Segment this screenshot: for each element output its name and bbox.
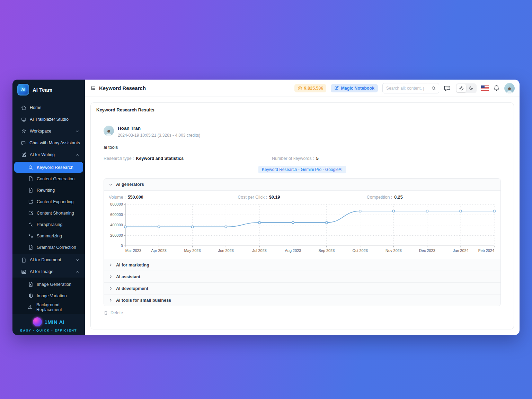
writing-icon [21, 152, 26, 157]
svg-text:Jan 2024: Jan 2024 [453, 248, 469, 253]
grammar-correction-icon [28, 245, 33, 250]
content-shortening-icon [28, 210, 33, 216]
svg-text:Mar 2023: Mar 2023 [125, 248, 141, 253]
result-user-row: Hoan Tran 2024-03-19 10:05:21 (3.326s - … [104, 126, 501, 138]
chevron-right-icon [109, 263, 113, 267]
svg-text:Nov 2023: Nov 2023 [385, 248, 402, 253]
magic-notebook-button[interactable]: Magic Notebook [331, 84, 378, 92]
app-name: AI Team [33, 87, 52, 93]
chevron-down-icon [74, 257, 80, 263]
app-window: AI AI Team HomeAI Trailblazer StudioWork… [12, 80, 520, 335]
global-search [382, 83, 439, 93]
main-area: Keyword Research 9,825,536 Magic Noteboo… [85, 80, 520, 335]
notebook-edit-icon [334, 86, 339, 90]
keyword-accordion-ai-tools-for-small-business[interactable]: AI tools for small business [104, 294, 500, 306]
sidebar-item-ai-for-image[interactable]: AI for Image [12, 266, 85, 278]
sidebar-item-image-generation[interactable]: Image Generation [12, 279, 85, 290]
svg-text:Feb 2024: Feb 2024 [478, 248, 494, 253]
page-list-icon[interactable] [90, 85, 96, 91]
coin-icon [298, 86, 302, 91]
sidebar-item-content-expanding[interactable]: Content Expanding [12, 196, 85, 207]
page-title: Keyword Research [99, 85, 146, 91]
keyword-accordion-ai-for-marketing[interactable]: AI for marketing [104, 259, 500, 271]
svg-text:May 2023: May 2023 [184, 248, 201, 253]
notifications-bell-icon[interactable] [493, 85, 500, 91]
chevron-up-icon [74, 269, 80, 274]
user-avatar[interactable] [504, 83, 515, 93]
sidebar-item-ai-trailblazer-studio[interactable]: AI Trailblazer Studio [12, 114, 85, 125]
sidebar-item-rewriting[interactable]: Rewriting [12, 184, 85, 196]
language-flag-us-icon[interactable] [481, 85, 489, 91]
keyword-accordion-list: AI generators Volume :550,000 Cost per C… [104, 178, 501, 306]
result-user-avatar [104, 126, 114, 136]
light-mode-button[interactable] [456, 84, 466, 92]
result-user-name: Hoan Tran [118, 126, 200, 131]
sidebar-item-keyword-research[interactable]: Keyword Research [14, 162, 83, 173]
keywords-count-value: 5 [316, 156, 319, 161]
chevron-down-icon [74, 128, 80, 134]
dark-mode-button[interactable] [466, 84, 476, 92]
sidebar-item-ai-for-writing[interactable]: AI for Writing [12, 149, 85, 161]
sidebar-item-workspace[interactable]: Workspace [12, 125, 85, 137]
paraphrasing-icon [28, 222, 33, 227]
svg-text:Jun 2023: Jun 2023 [218, 248, 234, 253]
sidebar-nav: HomeAI Trailblazer StudioWorkspaceChat w… [12, 99, 85, 314]
sidebar-item-content-generation[interactable]: Content Generation [12, 173, 85, 184]
sidebar-footer: 1MIN AI EASY - QUICK - EFFICIENT [12, 314, 85, 335]
volume-trend-chart: 0200000400000600000800000Mar 2023Apr 202… [109, 202, 496, 254]
result-timestamp: 2024-03-19 10:05:21 (3.326s - 4,003 cred… [118, 133, 200, 138]
image-icon [21, 269, 26, 274]
keyword-name: AI tools for small business [116, 298, 171, 303]
cpc-value: $0.19 [269, 195, 280, 200]
feedback-chat-icon[interactable] [444, 84, 451, 92]
model-badge: Keyword Research - Gemini Pro - GoogleAI [258, 166, 346, 173]
results-card: Keyword Research Results Hoan Tran 2024-… [90, 102, 514, 329]
document-icon [28, 176, 33, 182]
svg-text:Jul 2023: Jul 2023 [252, 248, 266, 253]
keyword-details-ai-generators: Volume :550,000 Cost per Click :$0.19 Co… [104, 190, 500, 259]
sidebar-item-chat-with-many-assistants[interactable]: Chat with Many Assistants [12, 137, 85, 149]
rewriting-icon [28, 188, 33, 193]
chevron-right-icon [109, 275, 113, 279]
chevron-up-icon [74, 152, 80, 157]
svg-text:Oct 2023: Oct 2023 [352, 248, 367, 253]
sidebar-item-background-replacement[interactable]: Background Replacement [12, 301, 85, 313]
app-logo-row[interactable]: AI AI Team [12, 80, 85, 99]
sidebar-item-content-shortening[interactable]: Content Shortening [12, 207, 85, 219]
credits-badge[interactable]: 9,825,536 [294, 84, 327, 92]
svg-text:Aug 2023: Aug 2023 [285, 248, 301, 253]
delete-button[interactable]: Delete [104, 310, 501, 315]
sidebar-item-ai-for-document[interactable]: AI for Document [12, 254, 85, 266]
meta-row: Research type : Keyword and Statistics N… [104, 156, 501, 161]
topbar: Keyword Research 9,825,536 Magic Noteboo… [85, 80, 520, 97]
credits-count: 9,825,536 [304, 86, 323, 91]
sidebar-item-home[interactable]: Home [12, 102, 85, 114]
workspace-icon [21, 128, 26, 134]
keyword-accordion-ai-assistant[interactable]: AI assistant [104, 271, 500, 282]
trash-icon [104, 310, 108, 315]
sun-icon [459, 86, 464, 91]
app-logo-icon: AI [17, 84, 29, 96]
sidebar-item-summarizing[interactable]: Summarizing [12, 230, 85, 242]
cpc-label: Cost per Click : [238, 195, 267, 200]
content-area: Keyword Research Results Hoan Tran 2024-… [85, 97, 520, 335]
sidebar-item-grammar-correction[interactable]: Grammar Correction [12, 242, 85, 253]
svg-text:Apr 2023: Apr 2023 [151, 248, 166, 253]
brand-tagline: EASY - QUICK - EFFICIENT [12, 329, 85, 332]
keyword-name: AI development [116, 286, 148, 291]
research-type-label: Research type : [104, 156, 134, 161]
keyword-stats: Volume :550,000 Cost per Click :$0.19 Co… [109, 195, 496, 200]
brand-name: 1MIN AI [45, 319, 65, 325]
volume-label: Volume : [109, 195, 126, 200]
search-icon[interactable] [428, 83, 439, 93]
sidebar-item-image-variation[interactable]: Image Variation [12, 290, 85, 301]
keyword-accordion-ai-development[interactable]: AI development [104, 282, 500, 294]
chat-icon [21, 140, 26, 146]
svg-text:200000: 200000 [110, 233, 123, 237]
search-input[interactable] [383, 86, 428, 91]
background-replacement-icon [28, 305, 33, 310]
competition-value: 0.25 [394, 195, 402, 200]
keywords-count-label: Number of keywords : [272, 156, 314, 161]
sidebar-item-paraphrasing[interactable]: Paraphrasing [12, 219, 85, 230]
keyword-accordion-ai-generators[interactable]: AI generators [104, 179, 500, 190]
